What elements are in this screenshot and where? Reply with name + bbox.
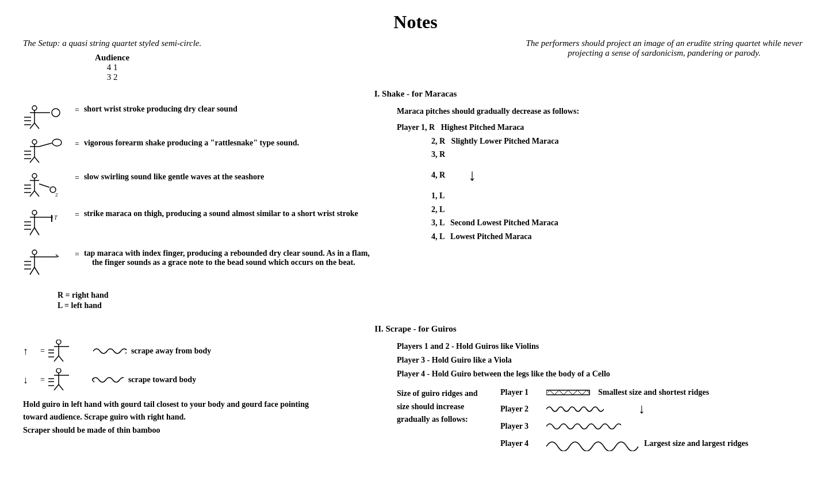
scrape-up-arrow: ↑ <box>23 345 35 357</box>
setup-text: The Setup: a quasi string quartet styled… <box>23 39 201 48</box>
player1-size-label: Player 1 <box>500 388 546 397</box>
svg-text:2: 2 <box>55 192 58 198</box>
symbol-text-vigorous: vigorous forearm shake producing a "ratt… <box>84 138 299 148</box>
r-label: R = right hand <box>58 291 380 300</box>
player3-size-label: Player 3 <box>500 422 546 431</box>
symbol-text-swirl: slow swirling sound like gentle waves at… <box>84 172 264 182</box>
player2l-row: 2, L <box>431 203 808 217</box>
svg-line-74 <box>92 380 94 382</box>
player1-wave <box>546 387 592 398</box>
size-row-player2: Player 2 ↓ <box>500 401 808 417</box>
audience-row2: 3 2 <box>23 72 201 82</box>
vigorous-svg <box>24 138 70 164</box>
scrape-up-wave <box>92 345 127 357</box>
scrape-down-wave <box>92 374 124 386</box>
l-label: L = left hand <box>58 301 380 310</box>
symbol-row-tap: = tap maraca with index finger, producin… <box>23 249 380 280</box>
size-row-player1: Player 1 Smallest size and shortest ridg… <box>500 387 808 398</box>
svg-line-56 <box>59 356 63 361</box>
scrape-down-eq: = <box>40 375 45 384</box>
guiro-instr-1: Players 1 and 2 - Hold Guiros like Violi… <box>397 340 808 353</box>
svg-line-2 <box>30 123 35 129</box>
scrape-symbols-column: ↑ = <box>23 340 380 455</box>
svg-line-45 <box>35 267 39 275</box>
audience-label: Audience <box>23 53 201 63</box>
tap-svg <box>24 249 70 280</box>
symbol-eq-5: = <box>75 249 79 259</box>
svg-line-34 <box>35 228 39 235</box>
svg-point-49 <box>32 250 37 255</box>
svg-text:T: T <box>54 214 58 221</box>
symbol-eq-1: = <box>75 105 79 115</box>
symbol-row-thigh: T = strike maraca on thigh, producing a … <box>23 209 380 241</box>
scrape-down-arrow: ↓ <box>23 374 35 386</box>
tap-icon <box>23 249 75 280</box>
short-wrist-icon <box>23 105 75 130</box>
guiro-instr-3: Player 4 - Hold Guiro between the legs l… <box>397 367 808 381</box>
player2-wave <box>546 403 604 415</box>
svg-line-12 <box>30 157 35 163</box>
guiro-instr-2: Player 3 - Hold Guiro like a Viola <box>397 353 808 367</box>
performers-text: The performers should project an image o… <box>520 39 808 58</box>
audience-row1: 4 1 <box>23 63 201 72</box>
player4-size-note: Largest size and largest ridges <box>644 439 748 448</box>
symbol-row-swirl: 2 = slow swirling sound like gentle wave… <box>23 172 380 201</box>
svg-point-6 <box>52 109 60 117</box>
scrape-down-icon <box>48 368 89 391</box>
svg-line-63 <box>125 351 127 353</box>
svg-point-25 <box>32 174 37 178</box>
svg-line-44 <box>30 267 35 275</box>
svg-line-13 <box>35 157 39 163</box>
size-rows: Player 1 Smallest size and shortest ridg… <box>500 387 808 455</box>
maraca-pitches: Maraca pitches should gradually decrease… <box>397 105 808 244</box>
svg-point-57 <box>56 340 61 344</box>
player1-row: Player 1, R Highest Pitched Maraca <box>397 121 808 134</box>
swirl-svg: 2 <box>24 172 70 201</box>
player2-size-label: Player 2 <box>500 405 546 414</box>
svg-line-33 <box>30 228 35 235</box>
svg-line-14 <box>39 143 52 147</box>
player3l-row: 3, L Second Lowest Pitched Maraca <box>431 216 808 230</box>
section2-heading: II. Scrape - for Guiros <box>23 324 808 334</box>
player3r-row: 3, R <box>431 148 808 161</box>
maraca-pitches-column: Maraca pitches should gradually decrease… <box>380 105 808 311</box>
guiro-instructions: Players 1 and 2 - Hold Guiros like Violi… <box>397 340 808 380</box>
section1-heading: I. Shake - for Maracas <box>23 89 808 99</box>
size-row-player3: Player 3 <box>500 420 808 433</box>
player4-size-label: Player 4 <box>500 439 546 448</box>
svg-point-37 <box>32 210 37 215</box>
svg-line-55 <box>54 356 59 361</box>
swirl-icon: 2 <box>23 172 75 201</box>
player4r-row: 4, R ↓ <box>431 161 808 189</box>
size-label: Size of guiro ridges and size should inc… <box>397 387 489 426</box>
player3-wave <box>546 420 621 433</box>
maraca-heading: Maraca pitches should gradually decrease… <box>397 105 808 118</box>
symbol-eq-2: = <box>75 138 79 149</box>
symbol-text-tap: tap maraca with index finger, producing … <box>84 249 370 267</box>
svg-point-5 <box>32 106 37 110</box>
svg-line-23 <box>35 191 39 197</box>
svg-point-15 <box>32 140 37 144</box>
svg-point-16 <box>52 139 62 146</box>
symbols-column: = short wrist stroke producing dry clear… <box>23 105 380 311</box>
scrape-up-eq: = <box>40 347 45 356</box>
scrape-up-row: ↑ = <box>23 340 380 363</box>
guiro-instructions-column: Players 1 and 2 - Hold Guiros like Violi… <box>380 340 808 455</box>
thigh-svg: T <box>24 209 70 241</box>
scrape-up-icon <box>48 340 89 363</box>
svg-line-24 <box>39 184 49 187</box>
player4-wave <box>546 436 638 451</box>
svg-point-68 <box>56 368 61 373</box>
player1-size-note: Smallest size and shortest ridges <box>598 388 709 397</box>
thigh-icon: T <box>23 209 75 241</box>
player2-arrow: ↓ <box>638 401 645 417</box>
symbol-text-thigh: strike maraca on thigh, producing a soun… <box>84 209 358 218</box>
scrape-down-text: scrape toward body <box>128 375 196 384</box>
vigorous-icon <box>23 138 75 164</box>
symbol-eq-3: = <box>75 172 79 183</box>
player4l-row: 4, L Lowest Pitched Maraca <box>431 230 808 244</box>
symbol-row-vigorous: = vigorous forearm shake producing a "ra… <box>23 138 380 164</box>
player1l-row: 1, L <box>431 189 808 203</box>
svg-line-62 <box>125 349 127 351</box>
scrape-up-text: scrape away from body <box>131 347 211 356</box>
